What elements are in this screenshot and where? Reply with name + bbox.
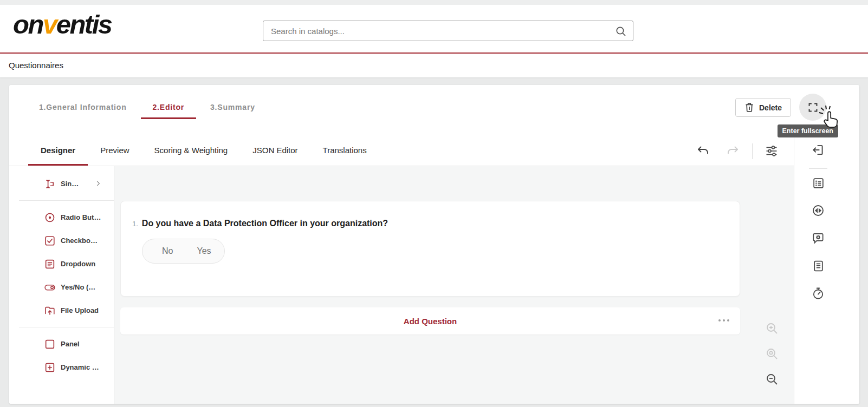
designer-workspace: Sin… Radio But… <box>9 166 794 404</box>
toolbox-item-label: Dynamic … <box>61 363 99 371</box>
delete-button[interactable]: Delete <box>735 98 791 117</box>
undo-icon <box>696 145 710 157</box>
panel-icon <box>44 338 56 350</box>
zoom-in-icon <box>765 321 779 336</box>
dynamic-panel-icon <box>44 362 56 373</box>
toolbox-item-label: Radio But… <box>61 213 101 221</box>
sidebar-divider <box>809 168 827 169</box>
notes-icon <box>812 259 825 273</box>
add-question-bar[interactable]: Add Question <box>120 307 740 334</box>
more-options-icon[interactable] <box>718 319 729 321</box>
timer-button[interactable] <box>809 286 827 301</box>
toolbox-divider <box>19 200 114 201</box>
zoom-out-icon <box>765 372 779 386</box>
toolbox-item-panel[interactable]: Panel <box>9 332 114 356</box>
toolbox-item-label: File Upload <box>61 306 99 314</box>
design-canvas: 1. Do you have a Data Protection Officer… <box>114 166 794 404</box>
tabbar-divider <box>752 143 753 159</box>
toolbox-item-checkbox[interactable]: Checkbo… <box>9 229 114 252</box>
fullscreen-icon <box>807 102 819 113</box>
zoom-controls <box>765 321 779 386</box>
catalog-search <box>263 21 633 41</box>
toolbox-item-label: Panel <box>61 340 80 348</box>
add-question-button[interactable]: Add Question <box>404 317 457 326</box>
chevron-right-icon[interactable] <box>94 180 102 189</box>
logic-swap-icon <box>811 204 825 218</box>
toolbox-item-single-input[interactable]: Sin… <box>9 172 114 195</box>
toolbox-item-dropdown[interactable]: Dropdown <box>9 252 114 275</box>
toolbox-item-label: Checkbo… <box>61 237 98 245</box>
zoom-in-button[interactable] <box>765 321 779 336</box>
toolbox-item-file-upload[interactable]: File Upload <box>9 299 114 322</box>
redo-button[interactable] <box>726 143 741 159</box>
timer-icon <box>811 286 825 300</box>
settings-tune-button[interactable] <box>764 143 779 159</box>
toggle-option-yes[interactable]: Yes <box>197 246 211 256</box>
fullscreen-button[interactable] <box>799 94 826 121</box>
toolbox-item-label: Yes/No (… <box>61 283 95 291</box>
zoom-reset-button[interactable] <box>765 347 779 361</box>
step-tab-summary[interactable]: 3.Summary <box>198 97 267 119</box>
search-icon[interactable] <box>614 25 627 40</box>
tab-preview[interactable]: Preview <box>88 136 141 166</box>
radio-button-icon <box>44 212 56 224</box>
top-strip <box>0 0 868 5</box>
comment-settings-icon <box>811 231 825 245</box>
form-settings-button[interactable] <box>809 175 827 191</box>
toolbox-divider <box>19 327 114 327</box>
single-input-icon <box>44 178 56 190</box>
questionnaire-editor-card: 1.General Information 2.Editor 3.Summary… <box>9 85 859 404</box>
step-tab-editor[interactable]: 2.Editor <box>141 97 197 119</box>
question-title[interactable]: Do you have a Data Protection Officer in… <box>142 219 388 228</box>
logo-text: entis <box>56 10 112 39</box>
yes-no-toggle-control[interactable]: No Yes <box>142 239 225 264</box>
open-panel-button[interactable] <box>809 142 827 157</box>
question-title-row: 1. Do you have a Data Protection Officer… <box>121 201 740 228</box>
wizard-step-tabs: 1.General Information 2.Editor 3.Summary <box>27 97 267 119</box>
question-toolbox: Sin… Radio But… <box>9 166 114 404</box>
fullscreen-tooltip: Enter fullscreen <box>778 124 838 137</box>
question-number: 1. <box>132 220 138 228</box>
redo-icon <box>726 145 740 157</box>
search-input[interactable] <box>263 21 633 41</box>
comment-settings-button[interactable] <box>809 231 827 246</box>
toolbox-item-yes-no-toggle[interactable]: Yes/No (… <box>9 275 114 299</box>
editor-tabbar: Designer Preview Scoring & Weighting JSO… <box>9 136 794 166</box>
tab-json-editor[interactable]: JSON Editor <box>240 136 310 166</box>
tab-scoring-weighting[interactable]: Scoring & Weighting <box>142 136 241 166</box>
undo-button[interactable] <box>695 143 710 159</box>
toolbox-item-label: Sin… <box>61 180 79 188</box>
toggle-option-no[interactable]: No <box>162 246 173 256</box>
trash-icon <box>744 102 754 113</box>
editor-region: Designer Preview Scoring & Weighting JSO… <box>9 136 859 404</box>
app-header: onventis 0 ? MM <box>0 5 868 52</box>
breadcrumb[interactable]: Questionnaires <box>9 61 63 70</box>
logo-text: on <box>13 10 43 39</box>
form-list-icon <box>812 176 825 190</box>
checkbox-icon <box>44 235 56 247</box>
zoom-out-button[interactable] <box>765 372 779 386</box>
notes-button[interactable] <box>809 258 827 273</box>
yes-no-toggle-icon <box>44 281 56 293</box>
toolbox-item-label: Dropdown <box>61 260 95 268</box>
file-upload-icon <box>44 305 56 317</box>
step-tab-general-information[interactable]: 1.General Information <box>27 97 139 119</box>
tab-designer[interactable]: Designer <box>28 136 88 166</box>
tab-translations[interactable]: Translations <box>310 136 379 166</box>
logo-accent-v: v <box>43 10 56 39</box>
toolbox-item-dynamic-panel[interactable]: Dynamic … <box>9 356 114 379</box>
question-card[interactable]: 1. Do you have a Data Protection Officer… <box>120 201 740 297</box>
open-panel-icon <box>811 143 825 157</box>
toolbox-item-radio-button[interactable]: Radio But… <box>9 206 114 229</box>
editor-main: Designer Preview Scoring & Weighting JSO… <box>9 136 794 404</box>
delete-button-label: Delete <box>759 103 782 112</box>
property-sidebar <box>794 136 859 404</box>
onventis-logo[interactable]: onventis <box>13 9 112 40</box>
zoom-reset-icon <box>765 347 779 361</box>
logic-button[interactable] <box>809 203 827 218</box>
breadcrumb-bar: Questionnaires <box>0 54 868 77</box>
tune-icon <box>765 145 778 157</box>
dropdown-icon <box>44 258 56 270</box>
